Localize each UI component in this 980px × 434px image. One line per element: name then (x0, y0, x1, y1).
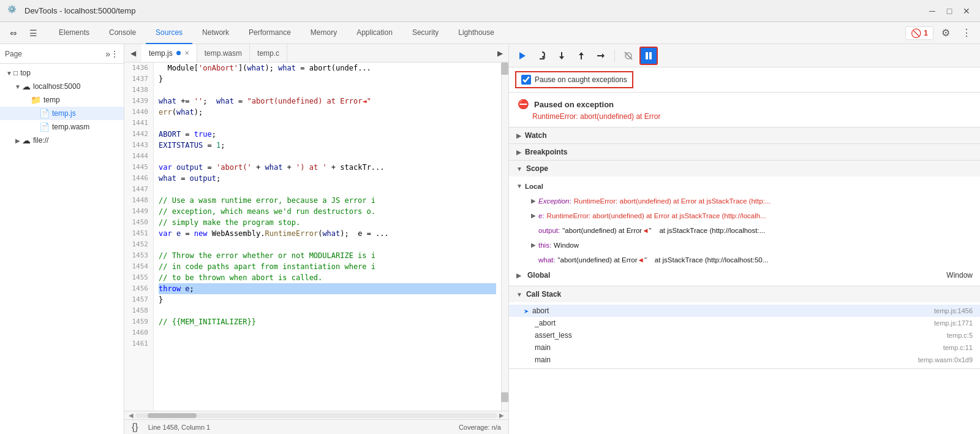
callstack-_abort[interactable]: _abort temp.js:1771 (509, 317, 980, 329)
tab-sources[interactable]: Sources (146, 22, 192, 44)
dock-icon[interactable]: ⇔ (5, 25, 22, 42)
tree-arrow-localhost: ▼ (13, 83, 22, 90)
scroll-right-arrow[interactable]: ▶ (497, 411, 506, 420)
step-button[interactable] (592, 47, 609, 64)
toolbar-right: 🚫 1 ⚙ ⋮ (905, 25, 975, 42)
global-arrow-icon[interactable]: ▶ (516, 272, 521, 279)
local-arrow-icon: ▼ (516, 180, 522, 192)
h-scroll-thumb[interactable] (148, 413, 197, 418)
scroll-left-arrow[interactable]: ◀ (127, 411, 135, 420)
code-view[interactable]: 1436 1437 1438 1439 1440 1441 1442 1443 … (124, 63, 508, 411)
error-count: 1 (924, 29, 928, 37)
titlebar: ⚙️ DevTools - localhost:5000/temp ─ □ ✕ (0, 0, 980, 22)
tab-application[interactable]: Application (347, 22, 402, 44)
scope-what-item[interactable]: what: "abort(undefined) at Error◄" at js… (509, 253, 980, 267)
callstack-arrow-icon: ➤ (524, 308, 529, 314)
tab-console[interactable]: Console (99, 22, 146, 44)
tab-memory[interactable]: Memory (301, 22, 347, 44)
callstack-fn-assert_less: assert_less (535, 331, 572, 340)
code-line-1451: var e = new WebAssembly.RuntimeError(wha… (159, 228, 496, 239)
deactivate-breakpoints-button[interactable] (620, 47, 637, 64)
scope-exception-item[interactable]: ▶ Exception: RuntimeError: abort(undefin… (509, 194, 980, 208)
tab-elements[interactable]: Elements (49, 22, 99, 44)
exception-title-text: Paused on exception (534, 100, 614, 109)
pause-on-exceptions-button[interactable] (639, 47, 658, 65)
step-over-button[interactable] (533, 47, 551, 64)
tab-lighthouse[interactable]: Lighthouse (448, 22, 504, 44)
sidebar-more-btn[interactable]: » (105, 49, 110, 59)
minimize-button[interactable]: ─ (926, 5, 938, 17)
local-header[interactable]: ▼ Local (509, 179, 980, 194)
breakpoints-section-header[interactable]: ▶ Breakpoints (509, 144, 980, 160)
tree-item-temp-wasm[interactable]: 📄 temp.wasm (0, 120, 124, 134)
more-options-button[interactable]: ⋮ (958, 25, 975, 42)
debug-toolbar (509, 44, 980, 67)
maximize-button[interactable]: □ (943, 5, 956, 17)
callstack-loc-abort: temp.js:1456 (934, 307, 973, 314)
tree-item-temp-js[interactable]: 📄 temp.js (0, 107, 124, 120)
sidebar-menu-btn[interactable]: ⋮ (110, 49, 119, 59)
call-stack-arrow-icon: ▼ (516, 291, 522, 298)
run-snippet-btn[interactable]: ▶ (491, 45, 508, 62)
tab-security[interactable]: Security (402, 22, 448, 44)
callstack-abort[interactable]: ➤ abort temp.js:1456 (509, 305, 980, 317)
devtools-icon: ⚙️ (7, 5, 20, 17)
e-val: RuntimeError: abort(undefined) at Error … (547, 210, 973, 222)
close-tab-tempjs[interactable]: ✕ (184, 50, 189, 56)
watch-section-header[interactable]: ▶ Watch (509, 128, 980, 143)
tab-performance[interactable]: Performance (239, 22, 301, 44)
scope-this-item[interactable]: ▶ this: Window (509, 238, 980, 253)
code-line-1437: } (159, 74, 496, 85)
code-lines[interactable]: Module['onAbort'](what); what = abort(un… (154, 63, 501, 411)
line-numbers: 1436 1437 1438 1439 1440 1441 1442 1443 … (124, 63, 154, 411)
svg-marker-6 (579, 52, 584, 55)
panel-scroll[interactable]: ⛔ Paused on exception RuntimeError: abor… (509, 93, 980, 434)
tree-item-file[interactable]: ▶ ☁ file:// (0, 134, 124, 147)
scope-label: Scope (526, 164, 548, 173)
callstack-assert_less[interactable]: assert_less temp.c:5 (509, 329, 980, 341)
global-row[interactable]: ▶ Global Window (509, 267, 980, 283)
editor-area: ◀ temp.js ✕ temp.wasm temp.c ▶ 1436 1437… (124, 44, 508, 434)
call-stack-header[interactable]: ▼ Call Stack (509, 286, 980, 302)
local-label: Local (525, 180, 543, 192)
callstack-main-wasm[interactable]: main temp.wasm:0x1d9 (509, 354, 980, 366)
e-expand-icon[interactable]: ▶ (531, 210, 536, 222)
drawer-icon[interactable]: ☰ (24, 25, 42, 42)
exception-expand-icon[interactable]: ▶ (531, 195, 536, 207)
error-badge[interactable]: 🚫 1 (905, 26, 933, 40)
code-line-1441 (159, 118, 496, 129)
source-tab-tempjs[interactable]: temp.js ✕ (141, 44, 197, 63)
pause-caught-wrapper: Pause on caught exceptions (515, 71, 633, 88)
tab-network[interactable]: Network (192, 22, 239, 44)
tree-item-localhost[interactable]: ▼ ☁ localhost:5000 (0, 80, 124, 93)
this-expand-icon[interactable]: ▶ (531, 239, 536, 251)
tree-item-temp-folder[interactable]: 📁 temp (0, 93, 124, 107)
coverage-info: Coverage: n/a (459, 424, 501, 431)
call-stack-content: ➤ abort temp.js:1456 _abort temp.js:1771… (509, 302, 980, 368)
source-tab-tempwasm[interactable]: temp.wasm (197, 44, 250, 63)
pause-on-caught-bar: Pause on caught exceptions (509, 67, 980, 93)
code-line-1458 (159, 305, 496, 316)
callstack-main-c11[interactable]: main temp.c:11 (509, 341, 980, 354)
resume-button[interactable] (514, 47, 531, 64)
main-tabs: Elements Console Sources Network Perform… (49, 22, 905, 44)
call-stack-section: ▼ Call Stack ➤ abort temp.js:1456 _abor (509, 286, 980, 369)
h-scrollbar[interactable]: ◀ ▶ (124, 411, 508, 419)
scope-e-item[interactable]: ▶ e: RuntimeError: abort(undefined) at E… (509, 208, 980, 223)
format-button[interactable]: {} (132, 422, 138, 433)
callstack-fn-abort: abort (532, 306, 549, 315)
close-button[interactable]: ✕ (960, 5, 973, 17)
step-into-button[interactable] (553, 47, 570, 64)
code-line-1450: // simply make the program stop. (159, 217, 496, 228)
step-out-button[interactable] (573, 47, 590, 64)
source-tab-tempc[interactable]: temp.c (250, 44, 287, 63)
vertical-scrollbar[interactable] (501, 63, 508, 411)
scope-output-item[interactable]: output: "abort(undefined) at Error◄" at … (509, 223, 980, 238)
scope-section-header[interactable]: ▼ Scope (509, 161, 980, 177)
tree-item-top[interactable]: ▼ □ top (0, 66, 124, 80)
pause-caught-checkbox[interactable] (521, 75, 531, 85)
settings-button[interactable]: ⚙ (937, 25, 954, 42)
code-line-1455: // to be thrown when abort is called. (159, 272, 496, 283)
svg-line-9 (625, 52, 632, 59)
source-tabs-nav-btn[interactable]: ◀ (124, 45, 141, 62)
